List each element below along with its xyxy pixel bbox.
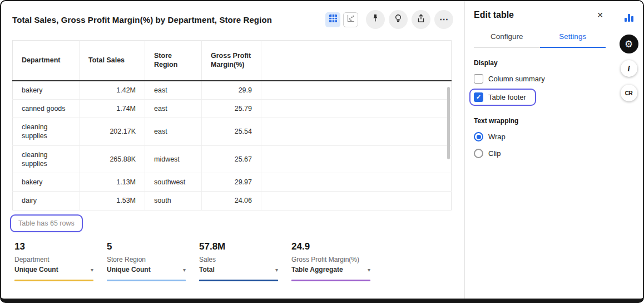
check-icon: ✓	[476, 94, 481, 100]
summary-aggregation-label: Unique Count	[14, 266, 58, 273]
chart-view-button[interactable]	[343, 12, 358, 27]
cell-filler	[261, 81, 452, 100]
cell-store-region: east	[145, 99, 202, 118]
summary-label: Gross Profit Margin(%)	[291, 256, 370, 263]
close-icon: ✕	[597, 11, 603, 19]
scatter-chart-icon	[346, 14, 355, 25]
radio-selected[interactable]	[474, 132, 483, 141]
cell-total-sales: 1.74M	[80, 99, 145, 118]
table-row: dairy 1.53M south 24.06	[13, 192, 452, 210]
ellipsis-icon: ⋯	[439, 15, 448, 24]
text-wrapping-section-label: Text wrapping	[474, 117, 606, 125]
cell-filler	[261, 99, 452, 118]
column-summary-checkbox-row[interactable]: Column summary	[474, 74, 606, 84]
cell-store-region: southwest	[145, 173, 202, 192]
info-icon: i	[627, 64, 630, 74]
edit-table-panel: Edit table ✕ Configure Settings Display …	[464, 1, 615, 299]
wrap-radio-row[interactable]: Wrap	[474, 132, 606, 141]
cell-total-sales: 265.88K	[80, 145, 145, 173]
data-table: Department Total Sales Store Region Gros…	[12, 40, 452, 211]
info-rail-button[interactable]: i	[621, 60, 637, 77]
tab-configure[interactable]: Configure	[474, 27, 540, 47]
checkbox-unchecked[interactable]	[474, 74, 483, 84]
summary-color-underline	[199, 280, 278, 281]
summary-block-store-region: 5 Store Region Unique Count ▾	[107, 241, 186, 281]
summary-value: 57.8M	[199, 241, 278, 252]
cell-store-region: midwest	[145, 145, 202, 173]
panel-title: Edit table	[474, 10, 514, 20]
share-icon	[416, 13, 426, 26]
cell-filler	[261, 173, 452, 192]
summary-aggregation-dropdown[interactable]: Table Aggregate ▾	[291, 266, 370, 273]
summary-aggregation-dropdown[interactable]: Total ▾	[199, 266, 278, 273]
clip-label: Clip	[488, 149, 501, 158]
radio-unselected[interactable]	[474, 149, 483, 158]
summary-block-department: 13 Department Unique Count ▾	[14, 241, 93, 281]
table-footer-label: Table footer	[488, 93, 526, 101]
close-panel-button[interactable]: ✕	[595, 10, 606, 20]
table-view-button[interactable]	[325, 12, 340, 27]
charts-rail-button[interactable]	[623, 11, 635, 26]
cell-department: dairy	[13, 192, 80, 210]
column-header-gross-profit-margin[interactable]: Gross Profit Margin(%)	[202, 41, 261, 81]
cr-logo-icon: CR	[625, 90, 632, 96]
table-row: cleaning supplies 265.88K midwest 25.67	[13, 145, 452, 173]
summary-value: 24.9	[291, 241, 370, 252]
data-table-container: Department Total Sales Store Region Gros…	[12, 40, 452, 211]
annotation-callout-table-footer-option: ✓ Table footer	[469, 89, 536, 106]
column-header-department[interactable]: Department	[13, 41, 80, 81]
summary-label: Sales	[199, 256, 278, 263]
panel-header: Edit table ✕	[474, 10, 606, 20]
table-footer-checkbox-row[interactable]: ✓ Table footer	[474, 92, 526, 102]
summary-label: Store Region	[107, 256, 186, 263]
cell-department: cleaning supplies	[13, 145, 80, 173]
summary-aggregation-label: Total	[199, 266, 215, 273]
chevron-down-icon: ▾	[91, 267, 93, 273]
cell-total-sales: 1.42M	[80, 81, 145, 100]
app-window: Total Sales, Gross Profit Margin(%) by D…	[0, 0, 644, 303]
table-icon	[329, 14, 338, 25]
column-header-store-region[interactable]: Store Region	[145, 41, 202, 81]
cell-gross-profit-margin: 25.67	[202, 145, 261, 173]
table-row-count-footer: Table has 65 rows	[18, 219, 75, 227]
panel-tabs: Configure Settings	[474, 27, 606, 48]
right-icon-rail: ⚙ i CR	[615, 1, 643, 299]
summary-color-underline	[291, 280, 370, 281]
share-button[interactable]	[412, 10, 430, 29]
cell-department: canned goods	[13, 99, 80, 118]
main-header: Total Sales, Gross Profit Margin(%) by D…	[1, 1, 464, 29]
lightbulb-icon	[393, 13, 403, 26]
page-title: Total Sales, Gross Profit Margin(%) by D…	[12, 15, 272, 25]
summary-aggregation-dropdown[interactable]: Unique Count ▾	[107, 266, 186, 273]
summary-aggregation-label: Table Aggregate	[291, 266, 343, 273]
table-header-row: Department Total Sales Store Region Gros…	[13, 41, 452, 81]
cell-gross-profit-margin: 24.06	[202, 192, 261, 210]
view-type-toggle	[325, 12, 358, 27]
cell-filler	[261, 192, 452, 210]
cell-total-sales: 202.17K	[80, 118, 145, 146]
summary-block-sales: 57.8M Sales Total ▾	[199, 241, 278, 281]
chevron-down-icon: ▾	[368, 267, 370, 273]
table-vertical-scrollbar[interactable]	[447, 87, 450, 159]
more-options-button[interactable]: ⋯	[434, 10, 453, 29]
gear-icon: ⚙	[625, 38, 633, 50]
summary-aggregation-label: Unique Count	[107, 266, 151, 273]
summary-block-gross-profit-margin: 24.9 Gross Profit Margin(%) Table Aggreg…	[291, 241, 370, 281]
lightbulb-button[interactable]	[389, 10, 408, 29]
clip-radio-row[interactable]: Clip	[474, 149, 606, 158]
cell-total-sales: 1.13M	[80, 173, 145, 192]
summary-value: 13	[14, 241, 93, 252]
settings-rail-button[interactable]: ⚙	[620, 35, 638, 53]
logo-rail-button[interactable]: CR	[621, 85, 637, 101]
cell-gross-profit-margin: 29.9	[202, 81, 261, 100]
bar-chart-icon	[623, 11, 635, 26]
summary-aggregation-dropdown[interactable]: Unique Count ▾	[14, 266, 93, 273]
cell-gross-profit-margin: 29.97	[202, 173, 261, 192]
pin-button[interactable]	[366, 10, 385, 29]
cell-gross-profit-margin: 25.54	[202, 118, 261, 146]
column-header-total-sales[interactable]: Total Sales	[80, 41, 145, 81]
chevron-down-icon: ▾	[183, 267, 186, 273]
tab-settings[interactable]: Settings	[540, 27, 606, 48]
column-header-filler	[261, 41, 452, 81]
checkbox-checked[interactable]: ✓	[474, 92, 483, 102]
